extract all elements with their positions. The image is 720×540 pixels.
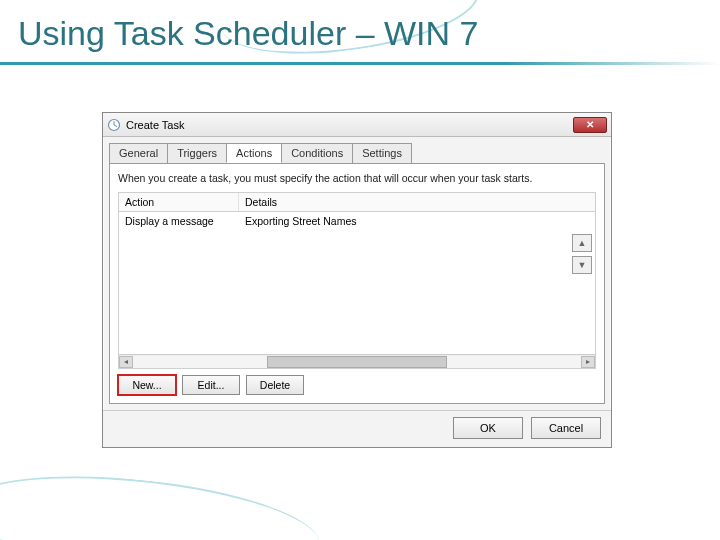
reorder-buttons: ▲ ▼ [572,234,592,274]
scroll-right-icon[interactable]: ▸ [581,356,595,368]
tab-panel-actions: When you create a task, you must specify… [109,163,605,404]
slide-title: Using Task Scheduler – WIN 7 [18,14,478,53]
dialog-footer: OK Cancel [103,410,611,447]
list-header: Action Details [118,192,596,211]
create-task-dialog: Create Task ✕ General Triggers Actions C… [102,112,612,448]
move-down-button[interactable]: ▼ [572,256,592,274]
tab-strip: General Triggers Actions Conditions Sett… [103,137,611,163]
title-underline [0,62,720,65]
tab-general[interactable]: General [109,143,168,163]
tab-settings[interactable]: Settings [352,143,412,163]
cell-details: Exporting Street Names [239,212,595,230]
col-header-action[interactable]: Action [119,193,239,211]
horizontal-scrollbar[interactable]: ◂ ▸ [119,354,595,368]
edit-button[interactable]: Edit... [182,375,240,395]
chevron-down-icon: ▼ [578,260,587,270]
scroll-thumb[interactable] [267,356,446,368]
tab-triggers[interactable]: Triggers [167,143,227,163]
delete-button[interactable]: Delete [246,375,304,395]
move-up-button[interactable]: ▲ [572,234,592,252]
actions-list[interactable]: Display a message Exporting Street Names… [118,211,596,369]
app-icon [107,118,121,132]
scroll-left-icon[interactable]: ◂ [119,356,133,368]
tab-actions[interactable]: Actions [226,143,282,163]
scroll-track[interactable] [133,356,581,368]
instruction-text: When you create a task, you must specify… [118,172,596,184]
cancel-button[interactable]: Cancel [531,417,601,439]
cell-action: Display a message [119,212,239,230]
chevron-up-icon: ▲ [578,238,587,248]
new-button[interactable]: New... [118,375,176,395]
col-header-details[interactable]: Details [239,193,595,211]
dialog-title: Create Task [126,119,185,131]
ok-button[interactable]: OK [453,417,523,439]
titlebar: Create Task ✕ [103,113,611,137]
table-row[interactable]: Display a message Exporting Street Names [119,212,595,230]
action-button-row: New... Edit... Delete [118,375,596,395]
close-button[interactable]: ✕ [573,117,607,133]
tab-conditions[interactable]: Conditions [281,143,353,163]
decorative-swoosh-bottom [0,461,324,540]
close-icon: ✕ [586,119,594,130]
